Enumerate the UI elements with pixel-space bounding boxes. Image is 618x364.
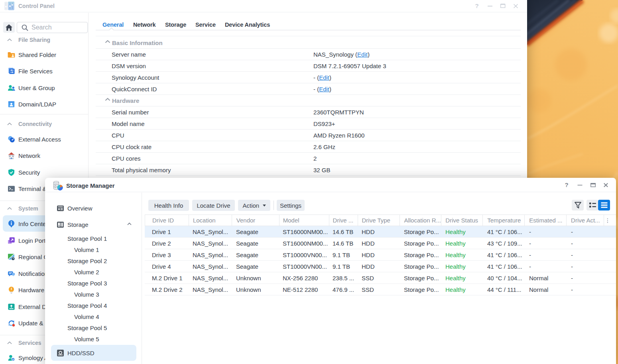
svg-text:?: ?	[565, 182, 568, 188]
svg-text:?: ?	[475, 3, 478, 9]
